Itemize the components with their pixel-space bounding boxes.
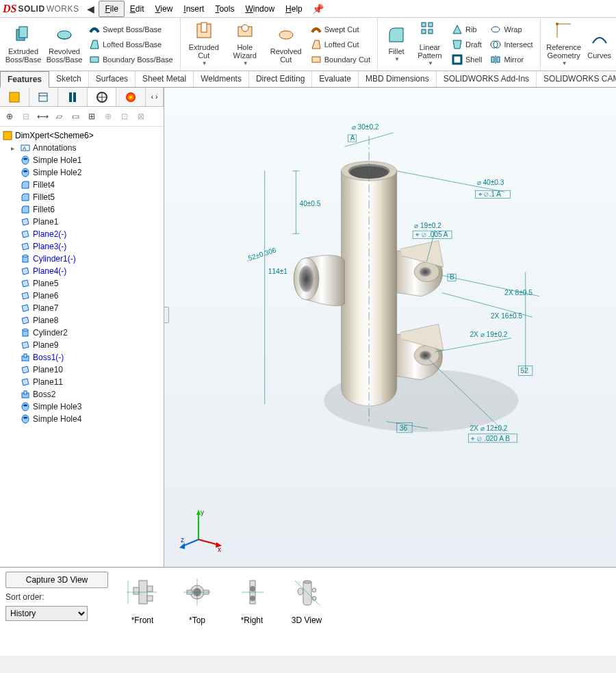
tree-item-simple-hole4[interactable]: Simple Hole4	[0, 413, 164, 425]
panel-tab-more[interactable]: ‹ ›	[146, 88, 164, 106]
datum-icon[interactable]: ▱	[52, 110, 66, 123]
pattern-feature-icon[interactable]: ⊞	[85, 110, 99, 123]
tree-item-boss1-[interactable]: Boss1(-)	[0, 351, 164, 364]
view-front[interactable]: *Front	[122, 572, 163, 652]
menu-tools[interactable]: Tools	[209, 1, 240, 16]
menu-file[interactable]: File	[99, 1, 124, 17]
tree-item-plane3-[interactable]: Plane3(-)	[0, 240, 164, 253]
tree-item-boss2[interactable]: Boss2	[0, 388, 164, 401]
gtol-icon[interactable]: ▭	[68, 110, 82, 123]
tree-item-plane2-[interactable]: Plane2(-)	[0, 228, 164, 240]
orientation-triad[interactable]: y x z	[178, 505, 226, 553]
tab-swcam[interactable]: SOLIDWORKS CAM	[537, 71, 616, 87]
view-3d[interactable]: 3D View	[286, 572, 327, 652]
rib-button[interactable]: Rib	[449, 23, 485, 36]
view-top[interactable]: *Top	[177, 572, 218, 652]
tree-root[interactable]: DimXpert<Scheme6>	[0, 129, 164, 142]
tab-weldments[interactable]: Weldments	[194, 71, 249, 87]
svg-point-15	[491, 27, 500, 32]
tab-sketch[interactable]: Sketch	[49, 71, 89, 87]
tree-item-annotations[interactable]: ▸AAnnotations	[0, 142, 164, 154]
extruded-boss-button[interactable]: Extruded Boss/Base	[4, 21, 42, 68]
auto-dimension-icon[interactable]: ⊕	[3, 110, 16, 123]
menu-edit[interactable]: Edit	[125, 1, 150, 16]
lofted-cut-button[interactable]: Lofted Cut	[308, 38, 373, 51]
tree-item-plane6[interactable]: Plane6	[0, 290, 164, 302]
curves-icon	[590, 29, 609, 49]
tab-mbddimensions[interactable]: MBD Dimensions	[359, 71, 437, 87]
panel-tab-config[interactable]	[58, 88, 88, 106]
tab-surfaces[interactable]: Surfaces	[89, 71, 136, 87]
tab-sheetmetal[interactable]: Sheet Metal	[136, 71, 194, 87]
splitter-handle[interactable]	[164, 307, 169, 323]
draft-button[interactable]: Draft	[449, 38, 485, 51]
tree-item-fillet5[interactable]: Fillet5	[0, 191, 164, 203]
tree-item-plane10[interactable]: Plane10	[0, 364, 164, 376]
boundary-cut-button[interactable]: Boundary Cut	[308, 53, 373, 66]
view-right[interactable]: *Right	[231, 572, 272, 652]
capture-3d-view-button[interactable]: Capture 3D View	[5, 572, 108, 588]
tree-item-plane1[interactable]: Plane1	[0, 216, 164, 228]
svg-text:2X 8±0.5: 2X 8±0.5	[504, 289, 532, 296]
tree-item-cylinder1-[interactable]: Cylinder1(-)	[0, 253, 164, 265]
menu-window[interactable]: Window	[240, 1, 280, 16]
tree-item-fillet6[interactable]: Fillet6	[0, 203, 164, 216]
mirror-button[interactable]: Mirror	[487, 53, 535, 66]
tab-directediting[interactable]: Direct Editing	[249, 71, 312, 87]
tree-item-plane7[interactable]: Plane7	[0, 302, 164, 314]
size-dim-icon[interactable]: ⟷	[36, 110, 49, 123]
expand-icon[interactable]: ▸	[11, 144, 18, 152]
svg-point-63	[419, 351, 431, 360]
linear-pattern-button[interactable]: Linear Pattern▼	[413, 21, 446, 68]
wrap-icon	[490, 24, 501, 35]
tree-item-simple-hole2[interactable]: Simple Hole2	[0, 166, 164, 179]
tab-swaddins[interactable]: SOLIDWORKS Add-Ins	[437, 71, 537, 87]
intersect-button[interactable]: Intersect	[487, 38, 535, 51]
tree-item-plane4-[interactable]: Plane4(-)	[0, 265, 164, 277]
tree-item-simple-hole3[interactable]: Simple Hole3	[0, 401, 164, 413]
curves-button[interactable]: Curves	[586, 21, 613, 68]
tree-item-simple-hole1[interactable]: Simple Hole1	[0, 154, 164, 166]
panel-tab-appearance[interactable]	[116, 88, 146, 106]
menu-view[interactable]: View	[150, 1, 179, 16]
fillet-button[interactable]: Fillet▼	[382, 21, 411, 68]
model-view[interactable]: ⌀ 30±0.2 A ⌀ 40±0.3 ⌖ ⌀.1 A 40±0.5	[205, 94, 609, 526]
hole-wizard-button[interactable]: Hole Wizard▼	[226, 21, 264, 68]
wrap-button[interactable]: Wrap	[487, 23, 535, 36]
revolved-boss-button[interactable]: Revolved Boss/Base	[45, 21, 84, 68]
tree-item-label: Annotations	[33, 143, 76, 153]
menu-help[interactable]: Help	[280, 1, 308, 16]
swept-cut-button[interactable]: Swept Cut	[308, 23, 373, 36]
property-icon	[37, 91, 49, 103]
svg-rect-14	[453, 55, 461, 64]
extruded-cut-icon	[194, 21, 214, 40]
lofted-boss-button[interactable]: Lofted Boss/Base	[86, 38, 176, 51]
swept-boss-button[interactable]: Swept Boss/Base	[86, 23, 176, 36]
tree-item-plane8[interactable]: Plane8	[0, 314, 164, 327]
svg-point-128	[298, 588, 303, 595]
extruded-cut-button[interactable]: Extruded Cut▼	[185, 21, 223, 68]
back-arrow-icon[interactable]: ◀	[83, 3, 99, 14]
tree-item-plane5[interactable]: Plane5	[0, 277, 164, 290]
tree-item-label: Plane4(-)	[33, 266, 66, 276]
logo-works: WORKS	[47, 4, 79, 14]
tree-item-fillet4[interactable]: Fillet4	[0, 179, 164, 191]
panel-tab-dimxpert[interactable]	[88, 88, 117, 106]
tree-item-plane9[interactable]: Plane9	[0, 339, 164, 351]
tree-item-plane11[interactable]: Plane11	[0, 376, 164, 388]
tab-features[interactable]: Features	[0, 71, 49, 88]
tab-evaluate[interactable]: Evaluate	[312, 71, 359, 87]
pin-icon[interactable]: 📌	[312, 3, 324, 14]
reference-geometry-button[interactable]: Reference Geometry▼	[545, 21, 583, 68]
revolved-cut-button[interactable]: Revolved Cut	[267, 21, 305, 68]
sort-order-select[interactable]: History	[5, 606, 88, 621]
menu-insert[interactable]: Insert	[178, 1, 209, 16]
tree-item-cylinder2[interactable]: Cylinder2	[0, 327, 164, 339]
boundary-boss-button[interactable]: Boundary Boss/Base	[86, 53, 176, 66]
panel-tab-feature-manager[interactable]	[0, 88, 29, 106]
viewport[interactable]: ⌀ 30±0.2 A ⌀ 40±0.3 ⌖ ⌀.1 A 40±0.5	[164, 88, 616, 567]
panel-tab-property[interactable]	[29, 88, 59, 106]
shell-button[interactable]: Shell	[449, 53, 485, 66]
ribbon-tabs: Features Sketch Surfaces Sheet Metal Wel…	[0, 71, 616, 88]
tree-item-label: Plane9	[33, 340, 58, 350]
